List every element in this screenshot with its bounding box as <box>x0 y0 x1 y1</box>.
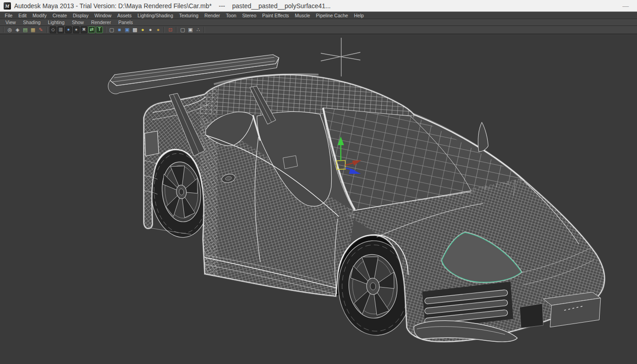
field-chart-icon[interactable]: ● <box>73 26 80 33</box>
smooth-shade-all-icon[interactable]: ■ <box>116 26 123 33</box>
lock-camera-icon[interactable]: ◈ <box>14 26 21 33</box>
menu-lighting-shading[interactable]: Lighting/Shading <box>135 13 176 18</box>
menu-pipeline-cache[interactable]: Pipeline Cache <box>313 13 351 18</box>
menu-assets[interactable]: Assets <box>114 13 135 18</box>
plugin-shading-icon[interactable]: ∴ <box>195 26 202 33</box>
use-default-material-icon[interactable]: ● <box>147 26 154 33</box>
xray-active-components-icon[interactable]: ▣ <box>187 26 194 33</box>
grease-pencil-icon[interactable]: ✎ <box>37 26 44 33</box>
viewport-canvas[interactable] <box>0 34 637 364</box>
minimize-button[interactable]: — <box>618 2 633 10</box>
textured-icon[interactable]: ▩ <box>131 26 138 33</box>
frame-guides-icon[interactable]: T <box>96 26 103 33</box>
toolbar-separator <box>204 27 205 33</box>
toolbar-separator <box>164 27 165 33</box>
menu-texturing[interactable]: Texturing <box>176 13 202 18</box>
panel-menu-show[interactable]: Show <box>68 20 87 25</box>
film-gate-icon[interactable]: ◇ <box>50 26 56 33</box>
xray-icon[interactable]: ▢ <box>179 26 186 33</box>
menu-display[interactable]: Display <box>70 13 91 18</box>
menu-edit[interactable]: Edit <box>15 13 30 18</box>
toolbar-separator <box>3 27 4 33</box>
panel-menu-panels[interactable]: Panels <box>115 20 136 25</box>
isolate-select-icon[interactable]: ⊡ <box>167 26 174 33</box>
toolbar-separator <box>105 27 106 33</box>
menu-paint-effects[interactable]: Paint Effects <box>259 13 292 18</box>
toolbar-separator <box>46 27 47 33</box>
menu-modify[interactable]: Modify <box>30 13 50 18</box>
menu-help[interactable]: Help <box>351 13 367 18</box>
menu-toon[interactable]: Toon <box>223 13 239 18</box>
menu-file[interactable]: File <box>2 13 15 18</box>
panel-menu-bar: ViewShadingLightingShowRendererPanels <box>0 19 637 26</box>
bookmarks-icon[interactable]: ▦ <box>30 26 36 33</box>
maya-app-icon: M <box>4 2 11 10</box>
panel-menu-renderer[interactable]: Renderer <box>87 20 115 25</box>
maya-window: M Autodesk Maya 2013 - Trial Version: D:… <box>0 0 637 364</box>
title-bar: M Autodesk Maya 2013 - Trial Version: D:… <box>0 0 637 12</box>
resolution-gate-icon[interactable]: ▥ <box>57 26 64 33</box>
menu-muscle[interactable]: Muscle <box>292 13 313 18</box>
panel-menu-view[interactable]: View <box>2 20 20 25</box>
panel-menu-lighting[interactable]: Lighting <box>44 20 68 25</box>
panel-menu-shading[interactable]: Shading <box>20 20 45 25</box>
use-all-lights-icon[interactable]: ● <box>139 26 146 33</box>
menu-stereo[interactable]: Stereo <box>239 13 259 18</box>
camera-attributes-icon[interactable]: ▤ <box>22 26 29 33</box>
select-camera-icon[interactable]: ◎ <box>6 26 13 33</box>
window-title: Autodesk Maya 2013 - Trial Version: D:\M… <box>14 2 618 10</box>
main-menu-bar: FileEditModifyCreateDisplayWindowAssetsL… <box>0 12 637 19</box>
safe-title-icon[interactable]: ⇄ <box>88 26 95 33</box>
wireframe-display-icon[interactable]: ▢ <box>108 26 115 33</box>
menu-render[interactable]: Render <box>202 13 223 18</box>
wireframe-on-shaded-icon[interactable]: ▣ <box>124 26 131 33</box>
gate-mask-icon[interactable]: ● <box>65 26 72 33</box>
shadows-icon[interactable]: ● <box>155 26 162 33</box>
safe-action-icon[interactable]: ✖ <box>81 26 87 33</box>
perspective-viewport[interactable] <box>0 34 637 364</box>
menu-create[interactable]: Create <box>50 13 70 18</box>
menu-window[interactable]: Window <box>91 13 114 18</box>
panel-toolbar: ◎◈▤▦✎◇▥●●✖⇄T▢■▣▩●●●⊡▢▣∴ <box>0 26 637 34</box>
tail-light[interactable] <box>145 131 159 156</box>
toolbar-separator <box>176 27 177 33</box>
